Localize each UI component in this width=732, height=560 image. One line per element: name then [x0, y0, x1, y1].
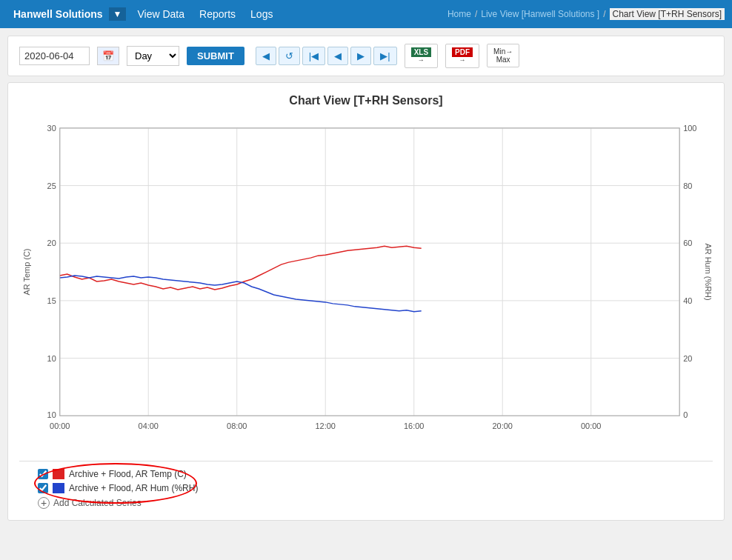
- legend-label-temp: Archive + Flood, AR Temp (C): [69, 469, 187, 479]
- add-series-label: Add Calculated Series: [53, 498, 142, 508]
- nav-button-group: ◀ ↺ |◀ ◀ ▶ ▶|: [256, 47, 397, 65]
- svg-text:40: 40: [683, 296, 692, 305]
- main-content: Chart View [T+RH Sensors] 30 25 20 15 10: [7, 82, 725, 521]
- svg-text:100: 100: [683, 124, 696, 133]
- legend-item-temp: Archive + Flood, AR Temp (C): [19, 469, 713, 479]
- svg-text:15: 15: [47, 296, 56, 305]
- svg-rect-0: [60, 128, 679, 416]
- svg-text:10: 10: [47, 353, 56, 362]
- svg-text:04:00: 04:00: [139, 421, 159, 430]
- svg-text:25: 25: [47, 181, 56, 190]
- nav-back-button[interactable]: ◀: [256, 47, 276, 65]
- svg-text:00:00: 00:00: [581, 421, 601, 430]
- chart-svg: 30 25 20 15 10 10 100 80 60 40 20 0 00:0…: [19, 116, 713, 450]
- breadcrumb-home[interactable]: Home: [447, 9, 471, 19]
- svg-text:20: 20: [683, 353, 692, 362]
- brand-label: Hanwell Solutions: [7, 8, 109, 20]
- calendar-button[interactable]: 📅: [97, 47, 119, 65]
- chart-container: 30 25 20 15 10 10 100 80 60 40 20 0 00:0…: [19, 116, 713, 450]
- period-select[interactable]: Day Week Month: [127, 46, 179, 66]
- breadcrumb-current: Chart View [T+RH Sensors]: [610, 8, 725, 20]
- add-series-plus-icon: +: [38, 497, 50, 509]
- legend-checkbox-temp[interactable]: [38, 469, 48, 479]
- minmax-label: Min→Max: [493, 47, 513, 64]
- excel-label: →: [418, 57, 425, 64]
- svg-text:20:00: 20:00: [493, 421, 513, 430]
- breadcrumb-live-view[interactable]: Live View [Hanwell Solutions ]: [481, 9, 599, 19]
- add-calculated-series-link[interactable]: + Add Calculated Series: [19, 497, 713, 509]
- svg-text:30: 30: [47, 124, 56, 133]
- nav-logs[interactable]: Logs: [250, 8, 273, 20]
- date-input[interactable]: [19, 47, 90, 65]
- nav-refresh-button[interactable]: ↺: [279, 47, 300, 65]
- svg-text:80: 80: [683, 181, 692, 190]
- breadcrumb-sep2: /: [603, 9, 605, 19]
- svg-text:10: 10: [47, 410, 56, 419]
- svg-text:AR Hum (%RH): AR Hum (%RH): [704, 243, 713, 300]
- breadcrumb: Home / Live View [Hanwell Solutions ] / …: [447, 8, 725, 20]
- pdf-label: →: [459, 57, 466, 64]
- toolbar: 📅 Day Week Month SUBMIT ◀ ↺ |◀ ◀ ▶ ▶| XL…: [7, 36, 725, 76]
- nav-last-button[interactable]: ▶|: [373, 47, 396, 65]
- svg-text:60: 60: [683, 239, 692, 247]
- legend-area: Archive + Flood, AR Temp (C) Archive + F…: [19, 461, 713, 509]
- legend-color-hum: [53, 483, 64, 493]
- excel-export-button[interactable]: XLS →: [405, 44, 438, 68]
- nav-reports[interactable]: Reports: [199, 8, 236, 20]
- legend-color-temp: [53, 469, 64, 479]
- brand-dropdown-button[interactable]: ▼: [109, 7, 127, 21]
- nav-next-button[interactable]: ▶: [350, 47, 371, 65]
- svg-text:20: 20: [47, 239, 56, 247]
- svg-text:12:00: 12:00: [316, 421, 336, 430]
- submit-button[interactable]: SUBMIT: [187, 47, 244, 65]
- nav-first-button[interactable]: |◀: [302, 47, 325, 65]
- nav-prev-button[interactable]: ◀: [327, 47, 348, 65]
- legend-item-hum: Archive + Flood, AR Hum (%RH): [19, 483, 713, 493]
- minmax-button[interactable]: Min→Max: [487, 44, 519, 67]
- svg-text:00:00: 00:00: [50, 421, 70, 430]
- legend-checkbox-hum[interactable]: [38, 483, 48, 493]
- legend-label-hum: Archive + Flood, AR Hum (%RH): [69, 483, 198, 493]
- svg-text:16:00: 16:00: [404, 421, 424, 430]
- svg-text:AR Temp (C): AR Temp (C): [22, 248, 31, 295]
- nav-view-data[interactable]: View Data: [137, 8, 184, 20]
- svg-text:0: 0: [683, 410, 688, 419]
- pdf-export-button[interactable]: PDF →: [445, 44, 479, 68]
- nav-links: View Data Reports Logs: [137, 8, 273, 20]
- svg-text:08:00: 08:00: [227, 421, 247, 430]
- navbar: Hanwell Solutions ▼ View Data Reports Lo…: [0, 0, 732, 28]
- chart-title: Chart View [T+RH Sensors]: [19, 94, 713, 107]
- breadcrumb-sep1: /: [475, 9, 477, 19]
